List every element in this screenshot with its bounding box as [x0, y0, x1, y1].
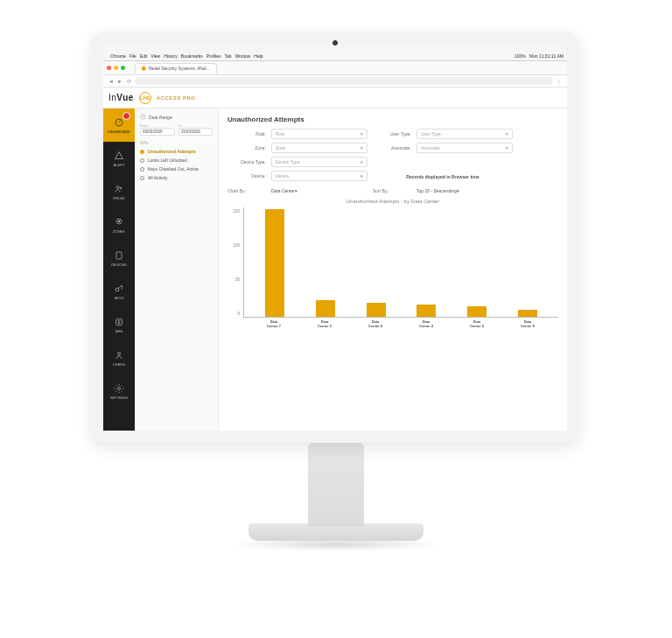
mac-menu-bookmarks[interactable]: Bookmarks — [181, 53, 203, 59]
kms-icon — [114, 317, 124, 327]
chart-bar[interactable] — [316, 300, 335, 317]
sidebar-item-label: DASHBOARD — [108, 130, 130, 134]
sidebar-item-settings[interactable]: SETTINGS — [103, 375, 135, 408]
sidebar-item-alert[interactable]: ALERT — [103, 142, 135, 175]
sidebar-item-label: ROLES — [113, 196, 125, 200]
y-axis: 150100500 — [228, 207, 242, 318]
sidebar-item-devices[interactable]: DEVICES — [103, 242, 135, 275]
filter-grid: Role: Role▾ User Type: User Type▾ Zone: … — [228, 129, 558, 181]
browser-menu-icon[interactable]: ⋮ — [556, 79, 562, 84]
kpi-keys-checked-out[interactable]: Keys Checked Out, Active — [140, 166, 213, 172]
kpi-unauthorized-attempts[interactable]: Unauthorized Attempts — [140, 149, 213, 154]
chart-by-label: Chart By: — [228, 188, 266, 193]
sidebar-item-roles[interactable]: ROLES — [103, 175, 135, 208]
tab-title: Retail Security Systems, iPad… — [149, 66, 211, 71]
mac-menu-help[interactable]: Help — [254, 53, 262, 59]
chevron-down-icon: ▾ — [360, 173, 363, 179]
nav-back-icon[interactable]: ◄ — [108, 79, 114, 84]
x-tick: Data Center 2 — [315, 319, 334, 330]
x-tick: Data Center 8 — [366, 319, 385, 330]
bar-chart: 150100500 Data Center 7Data Center 2Data… — [228, 207, 558, 330]
mac-menu-history[interactable]: History — [164, 53, 178, 59]
chevron-down-icon: ▾ — [360, 159, 363, 165]
role-select[interactable]: Role▾ — [271, 129, 368, 139]
sidebar-item-label: USERS — [113, 362, 125, 367]
gear-icon — [114, 383, 124, 394]
radio-icon — [140, 150, 144, 154]
zones-icon — [114, 217, 124, 228]
live-badge: LIVE — [139, 92, 151, 104]
chart-bar[interactable] — [467, 306, 486, 318]
mac-menubar: Chrome File Edit View History Bookmarks … — [103, 51, 567, 61]
battery-indicator: 100% — [514, 53, 526, 59]
browser-tab[interactable]: 🔶 Retail Security Systems, iPad… — [135, 63, 217, 74]
mac-menu-profiles[interactable]: Profiles — [206, 53, 221, 59]
radio-icon — [140, 167, 144, 172]
kpi-label: All Activity — [148, 175, 168, 180]
mac-app-name[interactable]: Chrome — [110, 53, 126, 59]
chart-bar[interactable] — [367, 303, 386, 317]
chart-bar[interactable] — [518, 310, 537, 317]
user-type-select[interactable]: User Type▾ — [416, 129, 513, 139]
chart-by-select[interactable]: Data Center▾ — [271, 188, 368, 193]
svg-rect-5 — [116, 252, 122, 259]
app-body: DASHBOARD ALERT ROLES ZONES DEVICES — [103, 109, 567, 431]
nav-forward-icon[interactable]: ► — [117, 79, 122, 84]
from-date-input[interactable] — [140, 128, 175, 136]
chevron-down-icon: ▾ — [506, 131, 508, 137]
traffic-light-zoom[interactable] — [121, 66, 125, 70]
mac-menu-view[interactable]: View — [150, 53, 160, 59]
kpi-label: Unauthorized Attempts — [148, 149, 196, 154]
filter-panel: Date Range From To KPIs Unauthorized Att… — [135, 109, 219, 431]
clock: Mon 11:31:11 AM — [529, 53, 564, 59]
monitor-stand-neck — [308, 443, 364, 527]
to-date-input[interactable] — [178, 128, 214, 136]
sort-by-select[interactable]: Top 10 - Descending▾ — [416, 188, 513, 193]
device-label: Device: — [228, 173, 266, 179]
traffic-light-minimize[interactable] — [114, 66, 118, 70]
kpi-all-activity[interactable]: All Activity — [140, 175, 213, 180]
chart-bar[interactable] — [265, 209, 284, 317]
associate-select[interactable]: Associate▾ — [416, 143, 513, 153]
sidebar-item-users[interactable]: USERS — [103, 341, 135, 375]
kpi-label: Locks Left Unlocked — [148, 158, 187, 163]
sort-by-label: Sort By: — [373, 188, 411, 193]
sidebar-item-label: KMS — [116, 329, 123, 333]
kpi-locks-left-unlocked[interactable]: Locks Left Unlocked — [140, 158, 213, 163]
screen: Chrome File Edit View History Bookmarks … — [103, 51, 567, 431]
kpi-label: Keys Checked Out, Active — [148, 166, 199, 172]
sidebar-item-zones[interactable]: ZONES — [103, 208, 135, 242]
sidebar: DASHBOARD ALERT ROLES ZONES DEVICES — [103, 109, 135, 431]
device-type-label: Device Type: — [228, 159, 266, 165]
sidebar-item-label: ZONES — [113, 229, 125, 234]
users-icon — [114, 350, 124, 361]
device-select[interactable]: Device▾ — [271, 171, 368, 181]
address-bar[interactable] — [135, 77, 553, 85]
sidebar-item-kms[interactable]: KMS — [103, 308, 135, 341]
x-tick: Data Center 5 — [467, 319, 486, 330]
mac-menu-edit[interactable]: Edit — [140, 53, 148, 59]
chart-bar[interactable] — [416, 305, 436, 317]
brand-logo: InVue — [108, 93, 134, 102]
traffic-light-close[interactable] — [107, 66, 111, 70]
chevron-down-icon: ▾ — [360, 145, 363, 151]
svg-point-1 — [116, 186, 119, 188]
sidebar-item-dashboard[interactable]: DASHBOARD — [103, 109, 135, 142]
device-type-select[interactable]: Device Type▾ — [271, 157, 368, 167]
nav-reload-icon[interactable]: ⟳ — [126, 79, 131, 84]
chart-plot-area — [243, 207, 558, 318]
radio-icon — [140, 176, 144, 180]
mac-menu-tab[interactable]: Tab — [225, 53, 232, 59]
sidebar-item-label: KEYS — [115, 296, 124, 300]
zone-label: Zone: — [228, 145, 266, 151]
mac-menu-window[interactable]: Window — [235, 53, 251, 59]
clock-icon — [140, 114, 146, 120]
zone-select[interactable]: Zone▾ — [271, 143, 368, 153]
associate-label: Associate: — [373, 145, 411, 151]
mac-menu-file[interactable]: File — [130, 53, 136, 59]
app-header: InVue LIVE ACCESS PRO — [103, 88, 567, 109]
browser-toolbar: ◄ ► ⟳ ⋮ — [103, 75, 567, 88]
y-tick: 100 — [233, 243, 240, 248]
roles-icon — [114, 184, 124, 194]
sidebar-item-keys[interactable]: KEYS — [103, 275, 135, 308]
